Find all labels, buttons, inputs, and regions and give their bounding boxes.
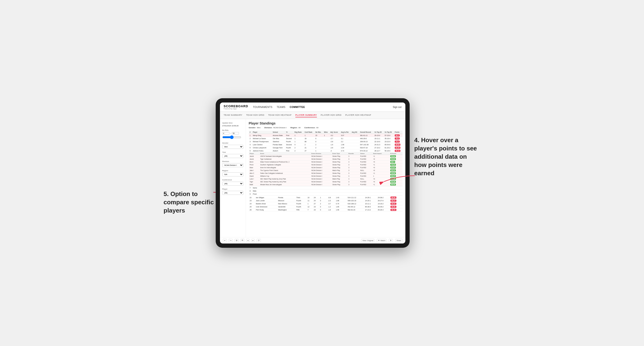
player-select[interactable]: (All) [222,191,243,195]
download-button[interactable]: ⬇ [389,239,393,242]
gender-select[interactable]: Men [222,145,243,149]
w-points-badge[interactable]: 73.23 [390,164,396,166]
w-points-badge[interactable]: 66.40 [390,183,396,186]
division-select[interactable]: NCAA Division I [222,163,243,167]
w-points-badge[interactable]: 37.57 [390,167,396,169]
lower-table-body: 22Ian GilliganFloridaThird10241-0.81.435… [249,196,402,211]
w-points-badge[interactable]: 55.64 [390,155,396,157]
timer-button[interactable]: ⏱ [256,239,261,242]
filters-row: Gender: Men Division: NCAA Division I Re… [249,127,402,129]
w-points-badge[interactable]: 54.38 [390,181,396,183]
table-row: 4Luke ClantonFlorida StateSecond522-1.61… [249,143,402,146]
annotation-bottom-left: 5. Option to compare specific players [164,190,220,215]
page-title: Player Standings [249,121,402,125]
share-button[interactable]: Share [395,239,402,242]
nav-next[interactable]: ▸ [252,239,255,242]
table-row: 3Michael ThorbjornsenStanfordFourth1880-… [249,140,402,143]
points-badge[interactable]: 58.18 [395,150,400,152]
gender-section: Gender Men [222,142,243,149]
points-badge[interactable]: 68.54 [395,144,400,146]
eye-icon: 👁 [378,239,380,242]
lower-table-row: 24Bastien AmatNew MexicoFourth1272-3.70.… [249,202,402,205]
full-layout: 5. Option to compare specific players SC… [168,98,476,248]
redo-button[interactable]: ↪ [229,239,233,242]
watch-button[interactable]: 👁 Watch [377,239,386,242]
sub-nav-player-h2h-grid[interactable]: PLAYER H2H GRID [321,113,342,117]
table-row: 1Wenyi DingArizona StateFirst11151-3.23.… [249,134,402,137]
col-player: Player [252,131,272,134]
sub-nav-player-summary[interactable]: PLAYER SUMMARY [296,113,317,117]
points-badge[interactable]: 76.2 [395,138,400,140]
player-section: Player (All) [222,188,243,195]
lower-points-badge[interactable]: 58.49 [390,209,396,211]
nav-tournaments[interactable]: TOURNAMENTS [253,105,272,109]
update-time-label: Update time: [222,122,243,124]
col-yr: Yr [285,131,294,134]
conference-section: Conference (All) [222,179,243,186]
popup-table-row: JacobTiger InvitationalNCAA Division ISt… [249,158,402,161]
popup-table-row: Alex CFallen Oak Collegiate Invitational… [249,172,402,175]
w-points-badge[interactable]: 24.11 [390,169,396,172]
gender-label: Gender [222,142,243,144]
conference-label: Conference [222,179,243,181]
col-num: # [249,131,252,134]
filter-conference: Conference: All [304,127,318,129]
sub-nav-player-h2h-heatmap[interactable]: PLAYER H2H HEATMAP [345,113,371,117]
col-points: Points [394,131,402,134]
w-points-badge[interactable]: 53.60 [390,158,396,160]
sub-nav-team-h2h-heatmap[interactable]: TEAM H2H HEATMAP [268,113,292,117]
col-adj-score: Adj. Score [329,131,340,134]
points-badge[interactable]: 70.2 [395,141,400,143]
table-row: 8Mats [249,189,402,192]
w-points-badge[interactable]: 30.47 [390,175,396,177]
undo-button[interactable]: ↩ [223,239,227,242]
table-row: 7Niche [249,186,402,189]
division-label: Division [222,160,243,163]
lower-points-badge[interactable]: 60.27 [390,199,396,202]
nav-committee[interactable]: COMMITTEE [290,105,305,109]
view-original-button[interactable]: View: Original [361,239,374,242]
logo-area: SCOREBOARD Powered by clippi [224,104,248,110]
w-points-badge[interactable]: 16.50 [390,172,396,174]
region-select[interactable]: N/A [222,173,243,176]
points-badge[interactable]: 60.49 [395,147,400,149]
table-body: 1Wenyi DingArizona StateFirst11151-3.23.… [249,134,402,195]
col-wins: Wins [323,131,329,134]
sub-nav: TEAM SUMMARY TEAM H2H GRID TEAM H2H HEAT… [220,112,405,119]
lower-points-badge[interactable]: 60.58 [390,196,396,199]
region-section: Region N/A [222,170,243,176]
sidebar: Update time: 27/01/2024 16:56:26 No Rds.… [220,119,246,237]
nav-prev[interactable]: ◂ [246,239,250,242]
no-rds-max[interactable] [232,132,239,135]
copy-button[interactable]: ⧉ [240,239,244,242]
year-select[interactable]: (All) [222,154,243,158]
popup-table-row: PinchSouthern Highlands CollegiateNCAA D… [249,164,402,166]
nav-left: SCOREBOARD Powered by clippi TOURNAMENTS… [224,104,305,110]
lower-points-badge[interactable]: 60.02 [390,203,396,205]
settings-button[interactable]: ⚙ [234,239,239,242]
division-section: Division NCAA Division I [222,160,243,167]
popup-table: PlayerEventEvent DivisionEvent TypeRound… [249,152,402,186]
col-vs-top25: Vs Top 25 [374,131,384,134]
sub-nav-team-summary[interactable]: TEAM SUMMARY [224,113,242,117]
w-points-badge[interactable]: 46.7 [390,161,395,163]
no-rds-min[interactable] [222,132,230,135]
popup-table-row: JacobUNCW Seahawk IntercollegiateNCAA Di… [249,155,402,158]
sign-out-link[interactable]: Sign out [393,106,402,108]
sub-nav-team-h2h-grid[interactable]: TEAM H2H GRID [246,113,264,117]
logo-sub: Powered by clippi [224,108,248,110]
lower-points-badge[interactable]: 50.95 [390,206,396,208]
col-to-par: Avg to-Par [340,131,351,134]
lower-table-row: 22Ian GilliganFloridaThird10241-0.81.435… [249,196,402,199]
conference-select[interactable]: (All) [222,182,243,186]
region-label: Region [222,170,243,172]
col-reg-rank: Reg Rank [294,131,304,134]
lower-table-row: 23Jack LundinMissouriFourth11240-2.31.68… [249,199,402,202]
no-rds-slider[interactable] [222,135,241,139]
nav-teams[interactable]: TEAMS [277,105,286,109]
points-badge[interactable]: 88.2 [395,134,400,137]
annotation-top-right: 4. Hover over a player's points to see a… [414,136,480,177]
no-rds-label: No Rds. [222,129,243,131]
content-area: Player Standings Gender: Men Division: N… [246,119,405,237]
w-points-badge[interactable]: 25.38 [390,178,396,180]
